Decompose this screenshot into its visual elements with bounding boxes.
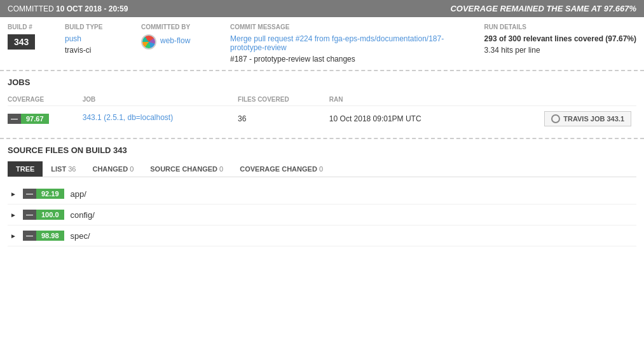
chevron-right-icon[interactable]: ► bbox=[10, 212, 18, 219]
travis-icon bbox=[551, 114, 560, 123]
build-num-label: BUILD # bbox=[8, 24, 55, 30]
col-action bbox=[487, 93, 636, 106]
file-name[interactable]: app/ bbox=[71, 189, 86, 199]
travis-job-button[interactable]: TRAVIS JOB 343.1 bbox=[544, 111, 631, 126]
build-number-col: BUILD # 343 bbox=[8, 24, 65, 64]
chevron-right-icon[interactable]: ► bbox=[10, 191, 18, 198]
committed-by-label: COMMITTED BY bbox=[141, 24, 220, 30]
travis-job-label: TRAVIS JOB 343.1 bbox=[563, 115, 624, 123]
col-files: FILES COVERED bbox=[238, 93, 329, 106]
run-details-coverage: 293 of 300 relevant lines covered (97.67… bbox=[484, 34, 636, 43]
commit-message-col: COMMIT MESSAGE Merge pull request #224 f… bbox=[230, 24, 484, 64]
badge-minus: — bbox=[23, 231, 36, 241]
commit-message-secondary: #187 - prototype-review last changes bbox=[230, 55, 474, 64]
tab-coverage-changed[interactable]: COVERAGE CHANGED 0 bbox=[231, 161, 331, 177]
badge-value: 97.67 bbox=[21, 114, 49, 124]
committer-row: web-flow bbox=[141, 34, 220, 50]
badge-value: 98.98 bbox=[36, 231, 64, 241]
badge-value: 100.0 bbox=[36, 210, 64, 220]
file-name[interactable]: config/ bbox=[71, 210, 95, 220]
list-item: ► — 98.98 spec/ bbox=[8, 225, 636, 246]
tab-tree[interactable]: TREE bbox=[8, 161, 43, 177]
build-type-secondary: travis-ci bbox=[65, 46, 91, 55]
file-tree: ► — 92.19 app/ ► — 100.0 config/ ► — 98.… bbox=[8, 184, 636, 246]
commit-msg-label: COMMIT MESSAGE bbox=[230, 24, 474, 30]
committer-name[interactable]: web-flow bbox=[160, 36, 190, 45]
tab-changed[interactable]: CHANGED 0 bbox=[84, 161, 142, 177]
build-type-push-link[interactable]: push bbox=[65, 34, 131, 43]
col-ran: RAN bbox=[329, 93, 487, 106]
build-number: 343 bbox=[8, 34, 35, 50]
tab-list[interactable]: LIST 36 bbox=[43, 161, 84, 177]
source-files-section: SOURCE FILES ON BUILD 343 TREELIST 36CHA… bbox=[0, 139, 644, 253]
chevron-right-icon[interactable]: ► bbox=[10, 232, 18, 239]
run-details-label: RUN DETAILS bbox=[484, 24, 636, 30]
coverage-message: COVERAGE REMAINED THE SAME AT 97.667% bbox=[450, 4, 636, 13]
source-files-heading: SOURCE FILES ON BUILD 343 bbox=[8, 145, 636, 155]
tab-source-changed[interactable]: SOURCE CHANGED 0 bbox=[142, 161, 231, 177]
list-item: ► — 92.19 app/ bbox=[8, 184, 636, 205]
jobs-heading: JOBS bbox=[8, 77, 636, 87]
col-coverage: COVERAGE bbox=[8, 93, 83, 106]
commit-message-link[interactable]: Merge pull request #224 from fga-eps-mds… bbox=[230, 34, 474, 52]
badge-minus: — bbox=[23, 210, 36, 220]
job-link[interactable]: 343.1 (2.5.1, db=localhost) bbox=[83, 113, 233, 122]
build-type-col: BUILD TYPE push travis-ci bbox=[65, 24, 141, 64]
build-info-section: BUILD # 343 BUILD TYPE push travis-ci CO… bbox=[0, 17, 644, 71]
table-row: — 97.67 343.1 (2.5.1, db=localhost) 36 1… bbox=[8, 106, 636, 132]
job-ran: 10 Oct 2018 09:01PM UTC bbox=[329, 106, 487, 132]
committed-date: COMMITTED 10 OCT 2018 - 20:59 bbox=[8, 4, 128, 13]
job-files-covered: 36 bbox=[238, 106, 329, 132]
avatar bbox=[141, 34, 156, 50]
jobs-section: JOBS COVERAGE JOB FILES COVERED RAN — 97… bbox=[0, 71, 644, 139]
jobs-table: COVERAGE JOB FILES COVERED RAN — 97.67 3… bbox=[8, 93, 636, 131]
travis-job-cell: TRAVIS JOB 343.1 bbox=[487, 106, 636, 132]
job-coverage: — 97.67 bbox=[8, 106, 83, 132]
run-details-col: RUN DETAILS 293 of 300 relevant lines co… bbox=[484, 24, 636, 64]
list-item: ► — 100.0 config/ bbox=[8, 205, 636, 225]
badge-value: 92.19 bbox=[36, 189, 64, 199]
run-details-hits: 3.34 hits per line bbox=[484, 46, 636, 55]
col-job: JOB bbox=[83, 93, 238, 106]
badge-minus: — bbox=[8, 114, 21, 124]
badge-minus: — bbox=[23, 189, 36, 199]
top-banner: COMMITTED 10 OCT 2018 - 20:59 COVERAGE R… bbox=[0, 0, 644, 17]
job-link-cell: 343.1 (2.5.1, db=localhost) bbox=[83, 106, 238, 132]
build-type-label: BUILD TYPE bbox=[65, 24, 131, 30]
committed-by-col: COMMITTED BY web-flow bbox=[141, 24, 230, 64]
source-tabs: TREELIST 36CHANGED 0SOURCE CHANGED 0COVE… bbox=[8, 161, 636, 177]
file-name[interactable]: spec/ bbox=[71, 231, 90, 241]
